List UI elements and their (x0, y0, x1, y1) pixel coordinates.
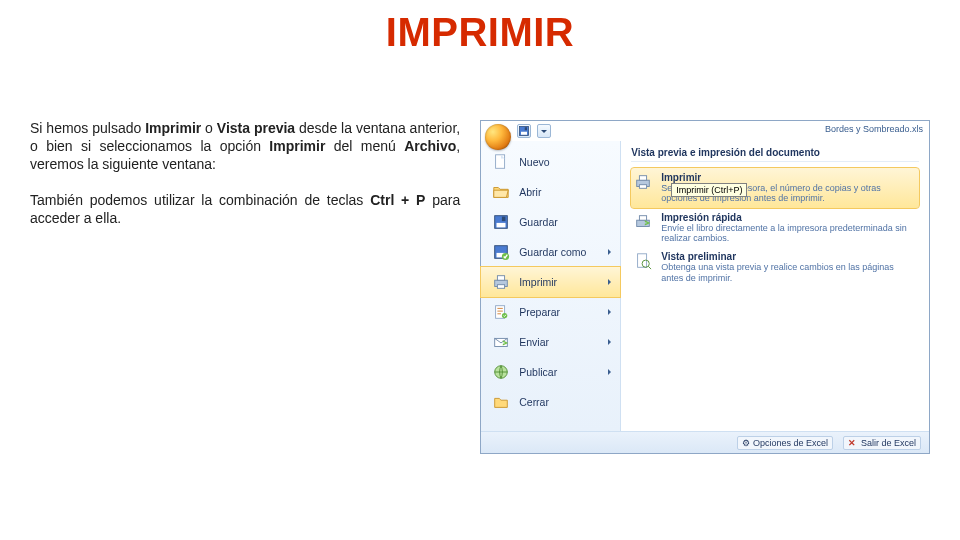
item-title: Imprimir (661, 172, 917, 183)
svg-rect-6 (502, 217, 506, 222)
svg-rect-11 (498, 276, 505, 281)
svg-rect-18 (640, 176, 647, 181)
t: También podemos utilizar la combinación … (30, 192, 370, 208)
close-icon (848, 438, 858, 448)
office-menu-right-column: Vista previa e impresión del documento I… (621, 141, 929, 431)
label: Guardar como (519, 246, 586, 258)
svg-rect-19 (640, 185, 647, 189)
quick-access-toolbar: Bordes y Sombreado.xls (481, 121, 929, 141)
menu-item-preparar[interactable]: Preparar (481, 297, 620, 327)
office-menu-left-column: Nuevo Abrir Guardar Guardar como (481, 141, 621, 431)
publish-icon (491, 362, 511, 382)
label: Abrir (519, 186, 541, 198)
svg-rect-1 (521, 132, 527, 135)
print-preview-icon (633, 251, 653, 271)
label: Enviar (519, 336, 549, 348)
close-folder-icon (491, 392, 511, 412)
new-file-icon (491, 152, 511, 172)
menu-item-guardar[interactable]: Guardar (481, 207, 620, 237)
label: Publicar (519, 366, 557, 378)
chevron-right-icon (608, 369, 614, 375)
office-menu-footer: ⚙ Opciones de Excel Salir de Excel (481, 431, 929, 453)
excel-options-button[interactable]: ⚙ Opciones de Excel (737, 436, 833, 450)
quick-print-icon (633, 212, 653, 232)
t: Archivo (404, 138, 456, 154)
submenu-item-impresion-rapida[interactable]: Impresión rápida Envíe el libro directam… (631, 208, 919, 248)
right-pane-header: Vista previa e impresión del documento (631, 147, 919, 162)
menu-item-guardar-como[interactable]: Guardar como (481, 237, 620, 267)
item-desc: Envíe el libro directamente a la impreso… (661, 223, 917, 244)
open-folder-icon (491, 182, 511, 202)
svg-rect-21 (640, 215, 647, 220)
t: o (201, 120, 217, 136)
submenu-item-imprimir[interactable]: Imprimir Seleccione una impresora, el nú… (631, 168, 919, 208)
t: del menú (325, 138, 404, 154)
prepare-icon (491, 302, 511, 322)
menu-item-publicar[interactable]: Publicar (481, 357, 620, 387)
menu-item-enviar[interactable]: Enviar (481, 327, 620, 357)
t: Imprimir (145, 120, 201, 136)
label: Guardar (519, 216, 558, 228)
menu-item-cerrar[interactable]: Cerrar (481, 387, 620, 417)
label: Salir de Excel (861, 438, 916, 448)
office-menu: Bordes y Sombreado.xls Nuevo Abrir Guard… (480, 120, 930, 454)
t: Si hemos pulsado (30, 120, 145, 136)
label: Opciones de Excel (753, 438, 828, 448)
window-title: Bordes y Sombreado.xls (825, 124, 923, 134)
menu-item-nuevo[interactable]: Nuevo (481, 147, 620, 177)
submenu-item-vista-preliminar[interactable]: Vista preliminar Obtenga una vista previ… (631, 247, 919, 287)
qat-dropdown-icon[interactable] (537, 124, 551, 138)
item-title: Impresión rápida (661, 212, 917, 223)
svg-rect-2 (525, 127, 527, 130)
exit-excel-button[interactable]: Salir de Excel (843, 436, 921, 450)
label: Cerrar (519, 396, 549, 408)
svg-rect-12 (498, 285, 505, 289)
t: Ctrl + P (370, 192, 425, 208)
chevron-right-icon (608, 279, 614, 285)
qat-save-icon[interactable] (517, 124, 531, 138)
label: Nuevo (519, 156, 549, 168)
chevron-right-icon (608, 309, 614, 315)
save-icon (491, 212, 511, 232)
svg-point-14 (502, 313, 507, 318)
chevron-right-icon (608, 339, 614, 345)
printer-icon (633, 172, 653, 192)
t: Imprimir (269, 138, 325, 154)
label: Preparar (519, 306, 560, 318)
printer-icon (491, 272, 511, 292)
svg-rect-5 (497, 223, 506, 228)
body-text: Si hemos pulsado Imprimir o Vista previa… (30, 120, 460, 454)
item-desc: Obtenga una vista previa y realice cambi… (661, 262, 917, 283)
options-icon: ⚙ (742, 438, 750, 448)
save-as-icon (491, 242, 511, 262)
t: Vista previa (217, 120, 295, 136)
tooltip: Imprimir (Ctrl+P) (671, 183, 747, 197)
menu-item-abrir[interactable]: Abrir (481, 177, 620, 207)
menu-item-imprimir[interactable]: Imprimir (481, 267, 620, 297)
svg-rect-3 (496, 155, 505, 169)
send-icon (491, 332, 511, 352)
label: Imprimir (519, 276, 557, 288)
item-title: Vista preliminar (661, 251, 917, 262)
chevron-right-icon (608, 249, 614, 255)
page-title: IMPRIMIR (0, 10, 960, 55)
